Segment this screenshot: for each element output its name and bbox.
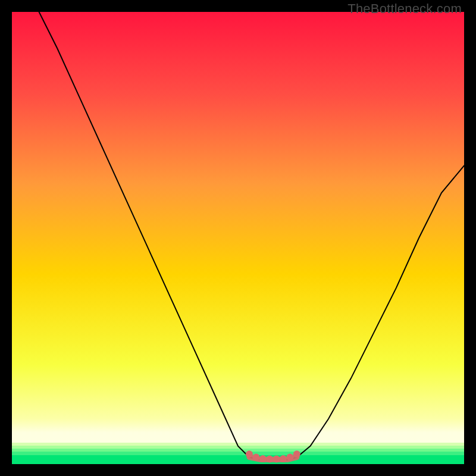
bottom-dot bbox=[266, 456, 273, 463]
bottom-dot bbox=[286, 454, 293, 461]
bottom-dot bbox=[259, 455, 267, 462]
bottleneck-curve bbox=[12, 12, 464, 464]
plot-area bbox=[12, 12, 464, 464]
bottom-dot bbox=[273, 456, 280, 463]
bottom-dot bbox=[246, 450, 253, 458]
chart-frame: TheBottleneck.com bbox=[0, 0, 476, 476]
bottom-dot bbox=[293, 450, 300, 458]
watermark-text: TheBottleneck.com bbox=[347, 1, 462, 17]
bottom-dot bbox=[252, 454, 259, 461]
curve-path bbox=[39, 12, 464, 459]
bottom-dot bbox=[280, 455, 287, 462]
